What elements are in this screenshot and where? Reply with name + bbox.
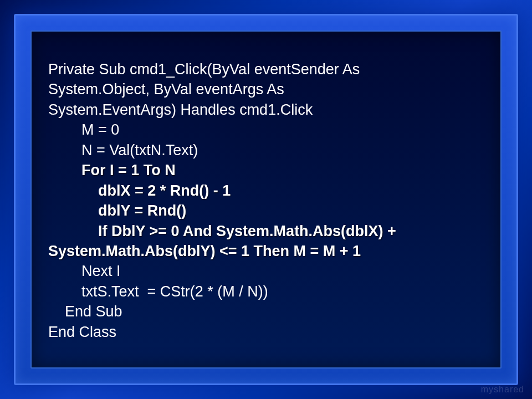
code-line-3: System.EventArgs) Handles cmd1.Click <box>48 101 313 118</box>
code-line-4: M = 0 <box>48 121 119 138</box>
code-line-2: System.Object, ByVal eventArgs As <box>48 81 284 98</box>
code-line-8: dblY = Rnd() <box>48 202 186 219</box>
code-line-13: End Sub <box>48 303 122 320</box>
slide-outer-frame: Private Sub cmd1_Click(ByVal eventSender… <box>14 14 518 385</box>
code-line-9: If DblY >= 0 And System.Math.Abs(dblX) + <box>48 223 396 239</box>
code-line-12: txtS.Text = CStr(2 * (M / N)) <box>48 283 268 300</box>
code-line-6: For I = 1 To N <box>48 162 176 178</box>
code-block: Private Sub cmd1_Click(ByVal eventSender… <box>48 59 484 342</box>
code-line-10: System.Math.Abs(dblY) <= 1 Then M = M + … <box>48 243 361 259</box>
code-line-7: dblX = 2 * Rnd() - 1 <box>48 182 231 199</box>
slide-inner-frame: Private Sub cmd1_Click(ByVal eventSender… <box>30 30 502 369</box>
code-line-1: Private Sub cmd1_Click(ByVal eventSender… <box>48 61 360 78</box>
code-line-5: N = Val(txtN.Text) <box>48 142 198 158</box>
code-line-11: Next I <box>48 263 121 279</box>
code-line-14: End Class <box>48 324 116 340</box>
watermark-text: myshared <box>481 385 524 395</box>
